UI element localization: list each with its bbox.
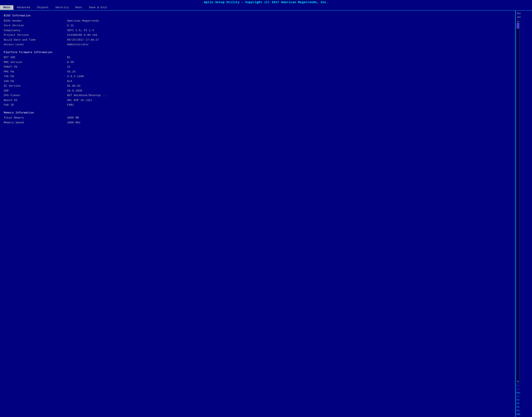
info-value: 3.0.2.1108 [67,74,84,79]
info-label: Build Date and Time [4,38,67,42]
info-value: 4096 MB [67,115,79,120]
info-row: CompliancyUEFI 2.5; PI 1.4 [4,28,511,33]
content-panel: BIOS InformationBIOS VendorAmerican Mega… [0,10,515,417]
menu-item-main[interactable]: Main [0,5,13,10]
info-value: OC.0A.02 [67,84,81,89]
menu-item-security[interactable]: Security [52,5,72,10]
title-bar: Aptio Setup Utility – Copyright (C) 2017… [0,0,532,5]
section-header-0: BIOS Information [4,13,511,18]
info-value: 1600 MHz [67,120,81,125]
info-row: Memory Speed1600 MHz [4,120,511,125]
info-row: Board IDAPL RVP 2A (O2) [4,98,511,103]
help-item: F2: [516,402,531,406]
help-key: Ent [516,392,521,394]
help-key: ESC [516,413,521,416]
info-label: Core Version [4,23,67,28]
menu-item-advanced[interactable]: Advanced [13,5,33,10]
info-row: BXT SOCB1 [4,55,511,60]
help-key: ↑↓ [516,388,519,391]
info-row: TXE FW3.0.2.1108 [4,74,511,79]
info-label: Access Level [4,42,67,47]
right-top-text: Cho lan [516,11,531,20]
main-area: BIOS InformationBIOS VendorAmerican Mega… [0,10,532,417]
info-row: BIOS VendorAmerican Megatrends [4,19,511,23]
info-value: FAB1 [67,103,74,107]
menu-item-save-and-exit[interactable]: Save & Exit [85,5,111,10]
info-label: BIOS Vendor [4,19,67,23]
help-item: ↔: [516,384,531,387]
info-row: Project VersionS133AR100 0.00 x64 [4,33,511,38]
scrollbar-area: ▲ ▼ [516,20,531,383]
scroll-down-arrow[interactable]: ▼ [517,380,519,383]
info-value: N/A [67,79,72,84]
info-row: Access LevelAdministrator [4,42,511,47]
info-row: Total Memory4096 MB [4,115,511,120]
info-label: Memory Speed [4,120,67,125]
info-label: GOP [4,89,67,93]
info-label: MRC Version [4,60,67,65]
help-desc: : [518,384,519,387]
info-label: PUNIT FW [4,65,67,70]
title-text: Aptio Setup Utility – Copyright (C) 2017… [204,1,328,4]
info-value: Administrator [67,42,89,47]
info-value: B1 [67,55,70,60]
info-row: CPU FlavorBXT Notebook/Desktop ... [4,93,511,98]
info-label: ISH FW [4,79,67,84]
menu-item-boot[interactable]: Boot [72,5,85,10]
help-desc: : [519,402,520,405]
info-label: TXE FW [4,74,67,79]
info-row: PMC FW03.24 [4,70,511,74]
scroll-up-arrow[interactable]: ▲ [517,20,519,23]
menu-bar: MainAdvancedChipsetSecurityBootSave & Ex… [0,5,532,10]
info-value: BXT Notebook/Desktop ... [67,93,107,98]
info-row: Build Date and Time05/25/2017 17:48:27 [4,38,511,42]
help-key: F2 [516,402,519,405]
help-key: +/- [516,395,521,398]
section-header-2: Memory Information [4,111,511,115]
help-text: ↔:↑↓:Ent+/-F1:F2:F3:F4:ESC [516,384,531,416]
info-value: American Megatrends [67,19,99,23]
info-value: S133AR100 0.00 x64 [67,33,97,38]
scroll-thumb[interactable] [517,23,519,29]
info-value: 10.0.1030 [67,89,82,93]
help-item: +/- [516,395,531,398]
help-key: F4 [516,409,519,412]
info-label: Fab ID [4,103,67,107]
scroll-track[interactable]: ▲ ▼ [517,20,519,383]
help-desc: : [519,388,520,391]
info-label: Compliancy [4,28,67,33]
help-item: F1: [516,398,531,402]
info-label: CPU Flavor [4,93,67,98]
info-row: MRC Version0.56 [4,60,511,65]
info-value: APL RVP 2A (O2) [67,98,92,103]
info-label: BXT SOC [4,55,67,60]
info-value: 5.12 [67,23,74,28]
info-label: Board ID [4,98,67,103]
help-desc: : [519,399,520,401]
info-row: PUNIT FW1C [4,65,511,70]
help-item: Ent [516,391,531,395]
help-desc: : [519,406,520,408]
help-item: F3: [516,406,531,409]
info-row: Core Version5.12 [4,23,511,28]
help-item: F4: [516,409,531,413]
help-item: ↑↓: [516,388,531,391]
info-value: 03.24 [67,70,75,74]
info-label: EC Version [4,84,67,89]
help-desc: : [519,409,520,412]
info-label: Project Version [4,33,67,38]
section-header-1: Platform firmware Information [4,50,511,55]
info-value: 05/25/2017 17:48:27 [67,38,99,42]
info-row: Fab IDFAB1 [4,103,511,107]
info-value: 1C [67,65,70,70]
menu-item-chipset[interactable]: Chipset [33,5,52,10]
info-row: EC VersionOC.0A.02 [4,84,511,89]
info-value: UEFI 2.5; PI 1.4 [67,28,94,33]
info-label: Total Memory [4,115,67,120]
help-item: ESC [516,413,531,416]
info-value: 0.56 [67,60,74,65]
info-row: GOP10.0.1030 [4,89,511,93]
info-label: PMC FW [4,70,67,74]
help-key: F3 [516,406,519,408]
help-key: F1 [516,399,519,401]
